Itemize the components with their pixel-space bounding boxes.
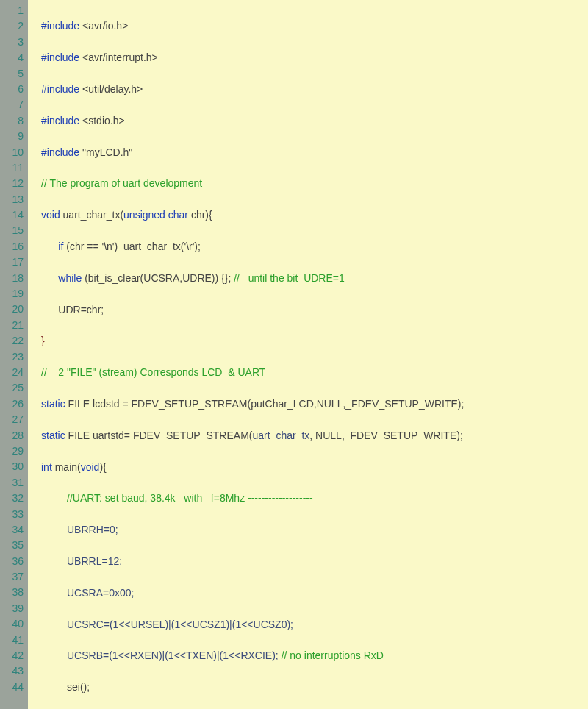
code-line: void uart_char_tx(unsigned char chr){ [41, 207, 582, 223]
line-number: 27 [3, 412, 24, 427]
line-number: 21 [3, 318, 24, 333]
line-number: 38 [3, 585, 24, 600]
code-line: int main(void){ [41, 460, 582, 475]
code-line: if (chr == '\n') uart_char_tx('\r'); [41, 239, 582, 254]
line-number: 30 [3, 459, 24, 474]
code-line: #include <util/delay.h> [41, 82, 582, 97]
code-line: #include <avr/interrupt.h> [41, 50, 582, 65]
line-number: 42 [3, 648, 24, 663]
code-area: #include <avr/io.h> #include <avr/interr… [28, 0, 588, 709]
line-number: 5 [3, 66, 24, 82]
code-line: static FILE lcdstd = FDEV_SETUP_STREAM(p… [41, 396, 582, 412]
line-number: 3 [3, 35, 24, 50]
line-number: 2 [3, 18, 24, 34]
code-line: // The program of uart development [41, 176, 582, 191]
line-number: 7 [3, 97, 24, 113]
line-number: 1 [3, 3, 24, 18]
code-line: } [41, 333, 582, 349]
line-gutter: 1234567891011121314151617181920212223242… [0, 0, 28, 709]
line-number: 39 [3, 601, 24, 616]
line-number: 36 [3, 554, 24, 569]
line-number: 29 [3, 443, 24, 459]
code-line: while (bit_is_clear(UCSRA,UDRE)) {}; // … [41, 271, 582, 286]
line-number: 23 [3, 349, 24, 365]
line-number: 43 [3, 663, 24, 679]
line-number: 26 [3, 396, 24, 412]
line-number: 31 [3, 475, 24, 491]
line-number: 14 [3, 207, 24, 223]
line-number: 40 [3, 616, 24, 632]
line-number: 41 [3, 633, 24, 648]
line-number: 13 [3, 192, 24, 207]
line-number: 28 [3, 428, 24, 443]
line-number: 32 [3, 491, 24, 506]
line-number: 20 [3, 302, 24, 317]
line-number: 37 [3, 569, 24, 585]
line-number: 35 [3, 538, 24, 553]
line-number: 6 [3, 82, 24, 97]
line-number: 33 [3, 507, 24, 522]
line-number: 25 [3, 380, 24, 396]
code-line: static FILE uartstd= FDEV_SETUP_STREAM(u… [41, 428, 582, 443]
line-number: 24 [3, 365, 24, 380]
line-number: 17 [3, 254, 24, 270]
code-line: UCSRC=(1<<URSEL)|(1<<UCSZ1)|(1<<UCSZ0); [41, 617, 582, 633]
line-number: 10 [3, 145, 24, 160]
line-number: 9 [3, 129, 24, 144]
code-line: UBRRH=0; [41, 522, 582, 538]
line-number: 22 [3, 333, 24, 349]
line-number: 15 [3, 223, 24, 238]
code-editor: 1234567891011121314151617181920212223242… [0, 0, 588, 709]
code-line: //UART: set baud, 38.4k with f=8Mhz ----… [41, 491, 582, 506]
line-number: 16 [3, 239, 24, 254]
code-line: sei(); [41, 680, 582, 695]
line-number: 11 [3, 160, 24, 176]
line-number: 8 [3, 113, 24, 129]
line-number: 12 [3, 176, 24, 191]
code-line: UDR=chr; [41, 302, 582, 318]
line-number: 19 [3, 286, 24, 302]
line-number: 44 [3, 680, 24, 695]
code-line: UBRRL=12; [41, 554, 582, 569]
code-line: UCSRA=0x00; [41, 585, 582, 601]
line-number: 4 [3, 50, 24, 65]
code-line: #include <stdio.h> [41, 113, 582, 129]
code-line: #include "myLCD.h" [41, 145, 582, 160]
code-line: UCSRB=(1<<RXEN)|(1<<TXEN)|(1<<RXCIE); //… [41, 648, 582, 663]
line-number: 34 [3, 522, 24, 538]
code-line: // 2 "FILE" (stream) Corresponds LCD & U… [41, 365, 582, 380]
line-number: 18 [3, 271, 24, 286]
code-line: #include <avr/io.h> [41, 18, 582, 34]
